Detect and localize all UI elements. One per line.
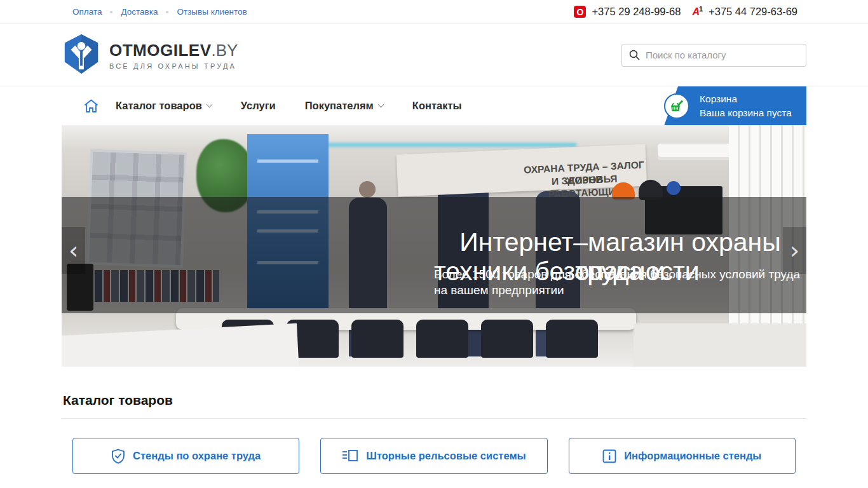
catalog-section: Каталог товаров Стенды по охране труда Ш… <box>62 367 806 474</box>
topbar-links: Оплата Доставка Отзывы клиентов <box>62 7 247 17</box>
phone-number: +375 44 729-63-69 <box>709 6 797 18</box>
chevron-down-icon <box>206 102 212 108</box>
search-input[interactable] <box>646 50 799 60</box>
home-icon <box>83 98 99 114</box>
photo-blue-item <box>667 181 681 195</box>
category-button-info-stands[interactable]: Информационные стенды <box>569 438 796 474</box>
search-icon <box>629 50 640 60</box>
logo-tagline: ВСЁ ДЛЯ ОХРАНЫ ТРУДА <box>109 62 238 70</box>
nav-items: Каталог товаров Услуги Покупателям Конта… <box>116 100 462 112</box>
info-square-icon <box>602 449 616 463</box>
logo-domain: .BY <box>212 41 238 60</box>
photo-person-head <box>359 181 376 198</box>
main-nav: Каталог товаров Услуги Покупателям Конта… <box>0 86 868 125</box>
logo-name: OTMOGILEV <box>109 41 212 60</box>
home-button[interactable] <box>83 98 99 114</box>
catalog-search <box>621 44 806 67</box>
dot-separator <box>110 11 112 13</box>
nav-item-contacts[interactable]: Контакты <box>412 100 462 112</box>
hero-text-overlay: Интернет–магазин охраны труда и техники … <box>62 197 806 313</box>
curtain-rail-icon <box>342 449 358 463</box>
category-button-stands[interactable]: Стенды по охране труда <box>72 438 299 474</box>
basket-icon <box>669 98 684 114</box>
nav-item-customers[interactable]: Покупателям <box>305 100 383 112</box>
topbar-link-payment[interactable]: Оплата <box>72 7 102 17</box>
photo-safety-sign: ОХРАНА ТРУДА – ЗАЛОГ ЖИЗНИ И ЗДОРОВЬЯ РА… <box>397 144 648 196</box>
photo-table <box>62 323 299 367</box>
cart-status: Ваша корзина пуста <box>700 106 792 120</box>
slider-prev-button[interactable]: ‹ <box>62 227 85 274</box>
shield-check-icon <box>111 449 125 464</box>
nav-item-services[interactable]: Услуги <box>241 100 276 112</box>
a1-carrier-icon: A1 <box>692 6 703 17</box>
topbar: Оплата Доставка Отзывы клиентов O +375 2… <box>0 0 868 24</box>
cart-title: Корзина <box>700 92 792 106</box>
header: OTMOGILEV.BY ВСЁ ДЛЯ ОХРАНЫ ТРУДА <box>0 24 868 86</box>
cart-icon-circle <box>664 93 689 119</box>
slider-next-button[interactable]: › <box>783 227 806 274</box>
topbar-link-delivery[interactable]: Доставка <box>121 7 158 17</box>
category-button-rails[interactable]: Шторные рельсовые системы <box>320 438 547 474</box>
phone-number: +375 29 248-99-68 <box>592 6 681 18</box>
phone-numbers: O +375 29 248-99-68 A1 +375 44 729-63-69 <box>574 6 806 18</box>
phone-mts: O +375 29 248-99-68 <box>574 6 681 18</box>
logo-shield-icon <box>62 34 101 77</box>
photo-desk <box>634 323 806 367</box>
catalog-heading: Каталог товаров <box>62 393 806 408</box>
phone-a1: A1 +375 44 729-63-69 <box>692 6 797 18</box>
category-buttons: Стенды по охране труда Шторные рельсовые… <box>62 419 806 474</box>
mts-carrier-icon: O <box>574 6 586 18</box>
cart-texts: Корзина Ваша корзина пуста <box>700 92 792 120</box>
photo-air-conditioner <box>658 144 740 160</box>
site-logo[interactable]: OTMOGILEV.BY ВСЁ ДЛЯ ОХРАНЫ ТРУДА <box>62 34 238 77</box>
dot-separator <box>166 11 168 13</box>
topbar-link-reviews[interactable]: Отзывы клиентов <box>177 7 247 17</box>
logo-text: OTMOGILEV.BY ВСЁ ДЛЯ ОХРАНЫ ТРУДА <box>109 41 238 70</box>
page: Оплата Доставка Отзывы клиентов O +375 2… <box>0 0 868 488</box>
hero-slider: ОХРАНА ТРУДА – ЗАЛОГ ЖИЗНИ И ЗДОРОВЬЯ РА… <box>62 125 806 367</box>
nav-item-catalog[interactable]: Каталог товаров <box>116 100 212 112</box>
cart-widget[interactable]: Корзина Ваша корзина пуста <box>664 86 806 126</box>
chevron-down-icon <box>377 102 384 108</box>
